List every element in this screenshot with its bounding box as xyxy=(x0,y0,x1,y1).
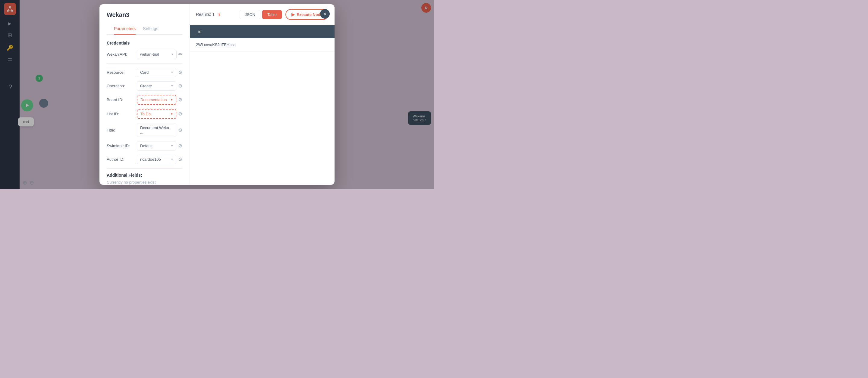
modal-title-area: Wekan3 Parameters Settings xyxy=(99,4,190,35)
resource-row: Resource: Card ▾ ⚙ xyxy=(107,68,182,77)
chevron-down-icon: ▾ xyxy=(171,70,173,74)
right-header: Results: 1 ℹ JSON Table ▶ Execute Node xyxy=(190,4,335,25)
left-panel: Wekan3 Parameters Settings Credentials W… xyxy=(99,4,190,185)
form-body: Credentials Wekan API: wekan-trial ▾ ✏ xyxy=(99,35,190,185)
chevron-down-icon: ▾ xyxy=(172,53,173,56)
tab-parameters[interactable]: Parameters xyxy=(114,23,135,35)
view-buttons: JSON Table xyxy=(240,10,282,19)
edit-icon[interactable]: ✏ xyxy=(179,51,182,57)
results-label: Results: 1 xyxy=(196,12,215,17)
list-id-control: To Do ▾ ⚙ xyxy=(137,109,182,119)
swimlane-id-select[interactable]: Default ▾ xyxy=(137,141,176,150)
chevron-down-icon: ▾ xyxy=(171,158,173,161)
chevron-down-icon: ▾ xyxy=(171,98,173,102)
json-view-button[interactable]: JSON xyxy=(240,10,260,19)
gear-icon[interactable]: ⚙ xyxy=(178,127,182,133)
gear-icon[interactable]: ⚙ xyxy=(178,143,182,149)
info-icon[interactable]: ℹ xyxy=(218,12,220,18)
gear-icon[interactable]: ⚙ xyxy=(178,70,182,75)
table-row: 2WLcnvaKSJoTEHass xyxy=(190,38,335,51)
title-label: Title: xyxy=(107,128,137,132)
modal-dialog: × Wekan3 Parameters Settings Credentials xyxy=(99,4,335,185)
author-id-control: ricardoe105 ▾ ⚙ xyxy=(137,155,182,164)
modal-overlay: × Wekan3 Parameters Settings Credentials xyxy=(0,0,434,189)
chevron-down-icon: ▾ xyxy=(171,84,173,88)
board-id-label: Board ID: xyxy=(107,98,137,102)
author-id-row: Author ID: ricardoe105 ▾ ⚙ xyxy=(107,155,182,164)
tabs-container: Parameters Settings xyxy=(107,23,182,35)
table-header-id: _id xyxy=(190,25,335,38)
resource-label: Resource: xyxy=(107,70,137,75)
board-id-control: Documentation ▾ ⚙ xyxy=(137,95,182,105)
board-id-select[interactable]: Documentation ▾ xyxy=(137,95,176,105)
gear-icon[interactable]: ⚙ xyxy=(178,97,182,103)
list-id-row: List ID: To Do ▾ ⚙ xyxy=(107,109,182,119)
modal-title: Wekan3 xyxy=(107,11,182,19)
swimlane-id-row: Swimlane ID: Default ▾ ⚙ xyxy=(107,141,182,150)
chevron-down-icon: ▾ xyxy=(171,144,173,148)
author-id-label: Author ID: xyxy=(107,157,137,162)
tab-settings[interactable]: Settings xyxy=(143,23,158,35)
right-panel: Results: 1 ℹ JSON Table ▶ Execute Node _… xyxy=(190,4,335,185)
resource-control: Card ▾ ⚙ xyxy=(137,68,182,77)
board-id-row: Board ID: Documentation ▾ ⚙ xyxy=(107,95,182,105)
gear-icon[interactable]: ⚙ xyxy=(178,83,182,89)
gear-icon[interactable]: ⚙ xyxy=(178,157,182,162)
list-id-select[interactable]: To Do ▾ xyxy=(137,109,176,119)
gear-icon[interactable]: ⚙ xyxy=(178,111,182,117)
swimlane-id-label: Swimlane ID: xyxy=(107,143,137,148)
chevron-down-icon: ▾ xyxy=(171,112,173,116)
close-button[interactable]: × xyxy=(320,9,330,19)
operation-label: Operation: xyxy=(107,84,137,88)
operation-control: Create ▾ ⚙ xyxy=(137,81,182,91)
no-properties-text: Currently no properties exist xyxy=(107,180,182,184)
list-id-label: List ID: xyxy=(107,112,137,116)
title-row: Title: Document Weka ... ⚙ xyxy=(107,123,182,137)
credentials-section-label: Credentials xyxy=(107,41,182,45)
table-view-button[interactable]: Table xyxy=(262,10,282,19)
operation-select[interactable]: Create ▾ xyxy=(137,81,176,91)
results-table: _id 2WLcnvaKSJoTEHass xyxy=(190,25,335,185)
wekan-api-control: wekan-trial ▾ ✏ xyxy=(137,50,182,59)
title-input[interactable]: Document Weka ... xyxy=(137,123,176,137)
operation-row: Operation: Create ▾ ⚙ xyxy=(107,81,182,91)
wekan-api-row: Wekan API: wekan-trial ▾ ✏ xyxy=(107,50,182,59)
wekan-api-label: Wekan API: xyxy=(107,52,137,57)
additional-fields-label: Additional Fields: xyxy=(107,173,182,178)
title-control: Document Weka ... ⚙ xyxy=(137,123,182,137)
divider-1 xyxy=(107,63,182,64)
swimlane-id-control: Default ▾ ⚙ xyxy=(137,141,182,150)
divider-2 xyxy=(107,168,182,169)
execute-play-icon: ▶ xyxy=(291,12,295,17)
wekan-api-select[interactable]: wekan-trial ▾ xyxy=(137,50,177,59)
resource-select[interactable]: Card ▾ xyxy=(137,68,176,77)
author-id-select[interactable]: ricardoe105 ▾ xyxy=(137,155,176,164)
